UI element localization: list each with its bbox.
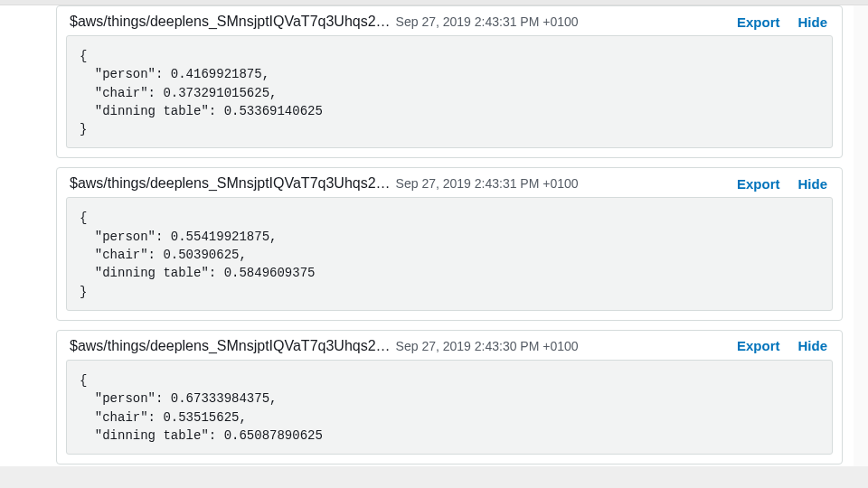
browser-bottom-bar (0, 466, 868, 488)
page-root: $aws/things/deeplens_SMnsjptIQVaT7q3Uhqs… (0, 0, 868, 488)
vertical-scrollbar[interactable] (854, 5, 868, 466)
